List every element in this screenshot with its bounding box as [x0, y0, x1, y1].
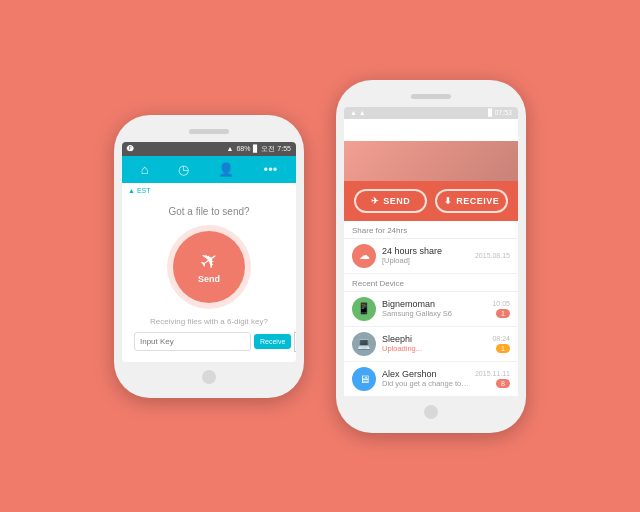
share-item-icon: ☁ [352, 244, 376, 268]
key-input-field[interactable] [134, 332, 251, 351]
recent-item-alex[interactable]: 🖥 Alex Gershon Did you get a change to r… [344, 362, 518, 397]
share-item-meta: 2015.08.15 [475, 252, 510, 259]
phone1-status-bar: 🅟 ▲ 68% ▊ 오전 7:55 [122, 142, 296, 156]
alex-badge: 8 [496, 379, 510, 388]
phone-1: 🅟 ▲ 68% ▊ 오전 7:55 ⌂ ◷ 👤 ••• ▲ EST [114, 115, 304, 398]
recent-item-bignemoman[interactable]: 📱 Bignemoman Samsung Gallaxy S6 10:05 1 [344, 292, 518, 327]
send-btn-label: SEND [383, 196, 410, 206]
device-icon-bignemoman: 📱 [352, 297, 376, 321]
receive-btn-label: RECEIVE [456, 196, 499, 206]
bignemoman-time: 10:05 [492, 300, 510, 307]
phone2-status-bar: ▲ ▲ ▊ 07:53 [344, 107, 518, 119]
bignemoman-badge: 1 [496, 309, 510, 318]
person-nav-icon[interactable]: 👤 [218, 162, 234, 177]
alex-content: Alex Gershon Did you get a change to rev… [382, 369, 469, 388]
battery-icon-2: ▊ [488, 109, 493, 116]
phone-2-screen: ▲ ▲ ▊ 07:53 ☰ Send Anywhere ⇌ ✈ SEND [344, 107, 518, 397]
phone2-app-title: Send Anywhere [367, 124, 501, 136]
phone-1-screen: 🅟 ▲ 68% ▊ 오전 7:55 ⌂ ◷ 👤 ••• ▲ EST [122, 142, 296, 362]
bignemoman-meta: 10:05 1 [492, 300, 510, 318]
sleephi-name: Sleephi [382, 334, 486, 344]
send-btn-icon: ✈ [371, 196, 380, 206]
share-item[interactable]: ☁ 24 hours share [Upload] 2015.08.15 [344, 239, 518, 274]
wifi-label: ▲ EST [122, 183, 296, 196]
bignemoman-name: Bignemoman [382, 299, 486, 309]
alex-preview: Did you get a change to review that... [382, 379, 469, 388]
phone1-navbar: ⌂ ◷ 👤 ••• [122, 156, 296, 183]
receive-button[interactable]: Receive [254, 334, 291, 349]
receive-button-2[interactable]: ⬇ RECEIVE [435, 189, 508, 213]
more-nav-icon[interactable]: ••• [264, 162, 278, 177]
alex-date: 2015.11.11 [475, 370, 510, 377]
phone2-body: Share for 24hrs ☁ 24 hours share [Upload… [344, 221, 518, 397]
phone2-status-right: ▊ 07:53 [488, 109, 512, 117]
paper-plane-icon: ✈ [195, 246, 222, 274]
send-circle-button[interactable]: ✈ Send [173, 231, 245, 303]
hamburger-menu-icon[interactable]: ☰ [352, 124, 363, 136]
share-item-title: 24 hours share [382, 246, 469, 256]
receive-key-label: Receiving files with a 6-digit key? [150, 317, 268, 326]
qr-code-icon[interactable]: ⊞ [294, 332, 296, 352]
alex-meta: 2015.11.11 8 [475, 370, 510, 388]
phone2-time: 07:53 [494, 109, 512, 116]
device-icon-alex: 🖥 [352, 367, 376, 391]
network-icon: 68% [236, 145, 250, 152]
receive-input-row: Receive ⊞ [134, 332, 284, 352]
filter-icon[interactable]: ⇌ [501, 124, 510, 137]
send-button[interactable]: ✈ SEND [354, 189, 427, 213]
phone2-signal-icons: ▲ ▲ [350, 109, 366, 116]
alex-name: Alex Gershon [382, 369, 469, 379]
phone-2: ▲ ▲ ▊ 07:53 ☰ Send Anywhere ⇌ ✈ SEND [336, 80, 526, 433]
sleephi-meta: 08:24 1 [492, 335, 510, 353]
phone1-status-icons: ▲ 68% ▊ 오전 7:55 [226, 144, 291, 154]
share-item-content: 24 hours share [Upload] [382, 246, 469, 265]
bignemoman-content: Bignemoman Samsung Gallaxy S6 [382, 299, 486, 318]
got-file-label: Got a file to send? [168, 206, 249, 217]
wifi-icon: ▲ [128, 187, 135, 194]
share-section-header: Share for 24hrs [344, 221, 518, 239]
phone2-titlebar: ☰ Send Anywhere ⇌ [344, 119, 518, 141]
share-item-subtitle: [Upload] [382, 256, 469, 265]
send-receive-buttons: ✈ SEND ⬇ RECEIVE [344, 181, 518, 221]
recent-section-header: Recent Device [344, 274, 518, 292]
phones-container: 🅟 ▲ 68% ▊ 오전 7:55 ⌂ ◷ 👤 ••• ▲ EST [114, 80, 526, 433]
sleephi-content: Sleephi Uploading... [382, 334, 486, 353]
sleephi-badge: 1 [496, 344, 510, 353]
phone1-status-left: 🅟 [127, 145, 134, 152]
home-nav-icon[interactable]: ⌂ [141, 162, 149, 177]
phone1-time: 오전 7:55 [261, 144, 291, 154]
receive-btn-icon: ⬇ [444, 196, 453, 206]
sleephi-status: Uploading... [382, 344, 486, 353]
wifi-signal-icon: ▲ [226, 145, 233, 152]
sleephi-time: 08:24 [492, 335, 510, 342]
recent-item-sleephi[interactable]: 💻 Sleephi Uploading... 08:24 1 [344, 327, 518, 362]
phone1-body: Got a file to send? ✈ Send Receiving fil… [122, 196, 296, 362]
device-icon-sleephi: 💻 [352, 332, 376, 356]
share-item-date: 2015.08.15 [475, 252, 510, 259]
clock-nav-icon[interactable]: ◷ [178, 162, 189, 177]
header-background-image [344, 141, 518, 181]
battery-icon: ▊ [253, 145, 258, 153]
bignemoman-device: Samsung Gallaxy S6 [382, 309, 486, 318]
